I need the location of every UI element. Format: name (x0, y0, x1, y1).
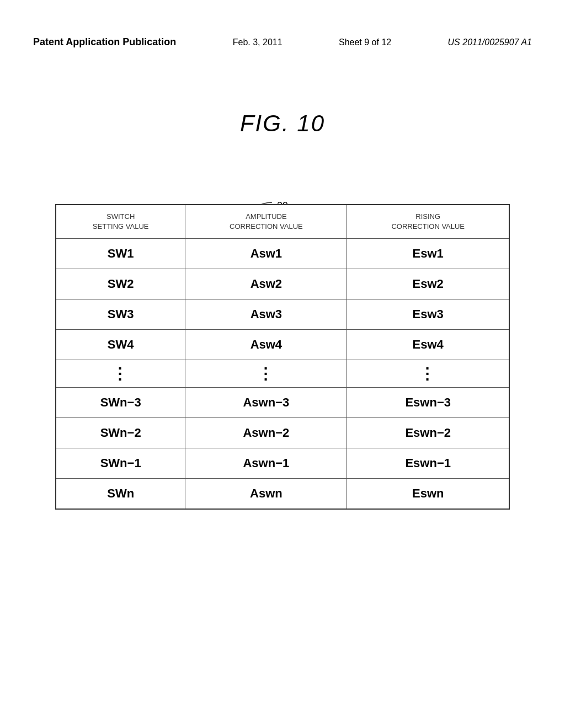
table-row: SW4Asw4Esw4 (56, 330, 509, 360)
table-cell-1-0: SW2 (56, 269, 185, 299)
date-label: Feb. 3, 2011 (233, 38, 282, 47)
table-cell-7-2: Eswn−1 (347, 448, 509, 479)
table-row: SW3Asw3Esw3 (56, 299, 509, 330)
table-cell-7-0: SWn−1 (56, 448, 185, 479)
figure-title: FIG. 10 (0, 110, 565, 137)
col-header-rising: RISING CORRECTION VALUE (347, 205, 509, 239)
table-cell-4-1: ⋮ (185, 360, 347, 388)
publication-label: Patent Application Publication (33, 36, 176, 48)
table-cell-4-0: ⋮ (56, 360, 185, 388)
table-cell-8-2: Eswn (347, 479, 509, 510)
table-cell-6-2: Eswn−2 (347, 418, 509, 448)
table-row: SWnAswnEswn (56, 479, 509, 510)
col-header-switch: SWITCH SETTING VALUE (56, 205, 185, 239)
table-row: SW2Asw2Esw2 (56, 269, 509, 299)
table-cell-8-1: Aswn (185, 479, 347, 510)
header: Patent Application Publication Feb. 3, 2… (0, 36, 565, 48)
col-header-amplitude: AMPLITUDE CORRECTION VALUE (185, 205, 347, 239)
page: Patent Application Publication Feb. 3, 2… (0, 0, 565, 728)
table-cell-3-1: Asw4 (185, 330, 347, 360)
table-row: SWn−1Aswn−1Eswn−1 (56, 448, 509, 479)
table-cell-2-1: Asw3 (185, 299, 347, 330)
table-cell-0-0: SW1 (56, 239, 185, 269)
table-cell-3-0: SW4 (56, 330, 185, 360)
table-container: SWITCH SETTING VALUE AMPLITUDE CORRECTIO… (55, 204, 510, 510)
table-row: SWn−3Aswn−3Eswn−3 (56, 388, 509, 418)
table-cell-6-1: Aswn−2 (185, 418, 347, 448)
table-row: SW1Asw1Esw1 (56, 239, 509, 269)
patent-number-label: US 2011/0025907 A1 (448, 38, 532, 47)
table-row: ⋮⋮⋮ (56, 360, 509, 388)
table-cell-2-0: SW3 (56, 299, 185, 330)
table-cell-0-2: Esw1 (347, 239, 509, 269)
table-cell-2-2: Esw3 (347, 299, 509, 330)
table-cell-5-2: Eswn−3 (347, 388, 509, 418)
table-cell-0-1: Asw1 (185, 239, 347, 269)
data-table: SWITCH SETTING VALUE AMPLITUDE CORRECTIO… (55, 204, 510, 510)
table-header-row: SWITCH SETTING VALUE AMPLITUDE CORRECTIO… (56, 205, 509, 239)
table-cell-5-0: SWn−3 (56, 388, 185, 418)
table-cell-1-1: Asw2 (185, 269, 347, 299)
table-cell-3-2: Esw4 (347, 330, 509, 360)
table-cell-5-1: Aswn−3 (185, 388, 347, 418)
table-cell-7-1: Aswn−1 (185, 448, 347, 479)
table-cell-4-2: ⋮ (347, 360, 509, 388)
table-cell-1-2: Esw2 (347, 269, 509, 299)
table-cell-6-0: SWn−2 (56, 418, 185, 448)
sheet-label: Sheet 9 of 12 (339, 38, 391, 47)
table-cell-8-0: SWn (56, 479, 185, 510)
table-row: SWn−2Aswn−2Eswn−2 (56, 418, 509, 448)
